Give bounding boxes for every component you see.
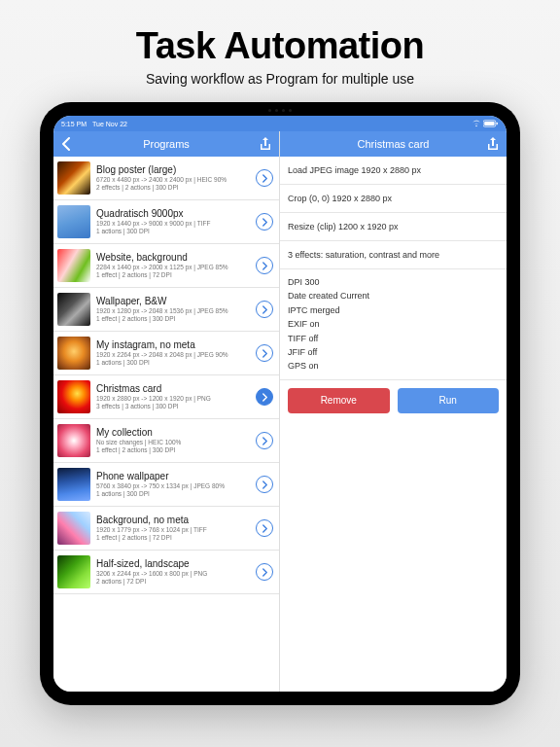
program-subline-1: 1920 x 2264 px -> 2048 x 2048 px | JPEG … bbox=[96, 351, 256, 359]
program-row[interactable]: Blog poster (large)6720 x 4480 px -> 240… bbox=[53, 157, 279, 200]
svg-rect-2 bbox=[497, 122, 498, 124]
hero-subtitle: Saving workflow as Program for multiple … bbox=[0, 71, 560, 87]
program-text: Phone wallpaper5760 x 3840 px -> 750 x 1… bbox=[96, 471, 256, 498]
detail-meta-line: EXIF on bbox=[288, 317, 499, 331]
right-toolbar: Christmas card bbox=[280, 131, 507, 157]
program-subline-2: 1 actions | 300 DPI bbox=[96, 359, 256, 367]
program-subline-2: 2 actions | 72 DPI bbox=[96, 578, 256, 586]
program-subline-1: 1920 x 1440 px -> 9000 x 9000 px | TIFF bbox=[96, 220, 256, 228]
program-subline-1: 3206 x 2244 px -> 1600 x 800 px | PNG bbox=[96, 570, 256, 578]
program-text: Background, no meta1920 x 1779 px -> 768… bbox=[96, 515, 256, 542]
disclosure-icon[interactable] bbox=[256, 344, 273, 362]
program-text: Blog poster (large)6720 x 4480 px -> 240… bbox=[96, 164, 256, 192]
program-row[interactable]: Half-sized, landscape3206 x 2244 px -> 1… bbox=[53, 551, 279, 594]
program-subline-2: 1 effect | 2 actions | 300 DPI bbox=[96, 315, 256, 323]
detail-step: Resize (clip) 1200 x 1920 px bbox=[280, 213, 507, 241]
program-thumbnail bbox=[57, 249, 90, 282]
program-row[interactable]: Quadratisch 9000px1920 x 1440 px -> 9000… bbox=[53, 200, 279, 244]
left-toolbar: Programs bbox=[53, 131, 279, 157]
detail-step: 3 effects: saturation, contrast and more bbox=[280, 241, 507, 269]
detail-step: Crop (0, 0) 1920 x 2880 px bbox=[280, 185, 507, 213]
status-time: 5:15 PM bbox=[61, 121, 87, 127]
program-text: Half-sized, landscape3206 x 2244 px -> 1… bbox=[96, 558, 256, 586]
program-title: My collection bbox=[96, 427, 256, 438]
status-date: Tue Nov 22 bbox=[92, 121, 127, 127]
program-title: Wallpaper, B&W bbox=[96, 296, 256, 306]
program-subline-2: 1 actions | 300 DPI bbox=[96, 490, 256, 498]
disclosure-icon[interactable] bbox=[256, 169, 273, 187]
program-row[interactable]: My collectionNo size changes | HEIC 100%… bbox=[53, 419, 279, 463]
disclosure-icon[interactable] bbox=[256, 519, 273, 537]
disclosure-icon[interactable] bbox=[256, 432, 273, 449]
device-frame: 5:15 PM Tue Nov 22 Progr bbox=[40, 102, 520, 705]
program-list: Blog poster (large)6720 x 4480 px -> 240… bbox=[53, 157, 279, 692]
right-share-button[interactable] bbox=[485, 137, 499, 151]
program-subline-2: 1 effect | 2 actions | 72 DPI bbox=[96, 271, 256, 279]
back-button[interactable] bbox=[61, 137, 75, 151]
program-title: Blog poster (large) bbox=[96, 164, 256, 175]
program-subline-1: 6720 x 4480 px -> 2400 x 2400 px | HEIC … bbox=[96, 176, 256, 184]
program-thumbnail bbox=[57, 555, 90, 588]
program-thumbnail bbox=[57, 293, 90, 326]
program-subline-2: 1 effect | 2 actions | 72 DPI bbox=[96, 534, 256, 542]
status-bar: 5:15 PM Tue Nov 22 bbox=[53, 116, 507, 131]
program-title: Christmas card bbox=[96, 383, 256, 394]
program-text: Quadratisch 9000px1920 x 1440 px -> 9000… bbox=[96, 208, 256, 235]
program-subline-1: 1920 x 2880 px -> 1200 x 1920 px | PNG bbox=[96, 395, 256, 403]
run-button[interactable]: Run bbox=[398, 388, 500, 413]
program-subline-1: 2284 x 1440 px -> 2000 x 1125 px | JPEG … bbox=[96, 264, 256, 271]
action-row: RemoveRun bbox=[280, 380, 507, 421]
right-pane: Christmas card Load JPEG image 1920 x 28… bbox=[280, 131, 507, 692]
program-thumbnail bbox=[57, 424, 90, 457]
program-title: Half-sized, landscape bbox=[96, 558, 256, 569]
program-thumbnail bbox=[57, 512, 90, 545]
detail-meta-line: IPTC merged bbox=[288, 303, 499, 317]
left-share-button[interactable] bbox=[258, 137, 271, 151]
program-thumbnail bbox=[57, 468, 90, 501]
program-subline-1: 5760 x 3840 px -> 750 x 1334 px | JPEG 8… bbox=[96, 482, 256, 490]
program-title: Website, background bbox=[96, 252, 256, 263]
detail-meta-line: GPS on bbox=[288, 359, 499, 373]
disclosure-icon[interactable] bbox=[256, 388, 273, 406]
program-title: Quadratisch 9000px bbox=[96, 208, 256, 219]
program-title: My instagram, no meta bbox=[96, 339, 256, 350]
disclosure-icon[interactable] bbox=[256, 563, 273, 581]
program-thumbnail bbox=[57, 161, 90, 195]
detail-meta-line: TIFF off bbox=[288, 332, 499, 345]
program-title: Phone wallpaper bbox=[96, 471, 256, 481]
svg-rect-1 bbox=[484, 122, 494, 125]
detail-metadata: DPI 300Date created CurrentIPTC mergedEX… bbox=[280, 269, 507, 380]
detail-meta-line: JFIF off bbox=[288, 345, 499, 359]
program-text: Wallpaper, B&W1920 x 1280 px -> 2048 x 1… bbox=[96, 296, 256, 323]
disclosure-icon[interactable] bbox=[256, 301, 273, 318]
program-subline-2: 1 effect | 2 actions | 300 DPI bbox=[96, 446, 256, 454]
program-row[interactable]: Phone wallpaper5760 x 3840 px -> 750 x 1… bbox=[53, 463, 279, 507]
hero: Task Automation Saving workflow as Progr… bbox=[0, 0, 560, 102]
program-row[interactable]: My instagram, no meta1920 x 2264 px -> 2… bbox=[53, 332, 279, 375]
disclosure-icon[interactable] bbox=[256, 257, 273, 274]
hero-title: Task Automation bbox=[0, 25, 560, 67]
program-subline-2: 1 actions | 300 DPI bbox=[96, 228, 256, 235]
detail-meta-line: DPI 300 bbox=[288, 275, 499, 289]
detail-list: Load JPEG image 1920 x 2880 pxCrop (0, 0… bbox=[280, 157, 507, 692]
program-thumbnail bbox=[57, 337, 90, 370]
program-text: Christmas card1920 x 2880 px -> 1200 x 1… bbox=[96, 383, 256, 410]
disclosure-icon[interactable] bbox=[256, 213, 273, 231]
disclosure-icon[interactable] bbox=[256, 476, 273, 493]
left-title: Programs bbox=[75, 138, 258, 150]
detail-step: Load JPEG image 1920 x 2880 px bbox=[280, 157, 507, 185]
remove-button[interactable]: Remove bbox=[288, 388, 390, 413]
battery-icon bbox=[483, 120, 499, 128]
wifi-icon bbox=[472, 120, 481, 128]
program-subline-2: 3 effects | 3 actions | 300 DPI bbox=[96, 403, 256, 410]
program-thumbnail bbox=[57, 380, 90, 413]
program-text: Website, background2284 x 1440 px -> 200… bbox=[96, 252, 256, 279]
program-text: My instagram, no meta1920 x 2264 px -> 2… bbox=[96, 339, 256, 367]
program-row[interactable]: Website, background2284 x 1440 px -> 200… bbox=[53, 244, 279, 288]
program-row[interactable]: Christmas card1920 x 2880 px -> 1200 x 1… bbox=[53, 375, 279, 419]
right-title: Christmas card bbox=[301, 138, 485, 150]
program-row[interactable]: Background, no meta1920 x 1779 px -> 768… bbox=[53, 507, 279, 551]
program-row[interactable]: Wallpaper, B&W1920 x 1280 px -> 2048 x 1… bbox=[53, 288, 279, 332]
left-pane: Programs Blog poster (large)6720 x 4480 … bbox=[53, 131, 280, 692]
program-subline-2: 2 effects | 2 actions | 300 DPI bbox=[96, 184, 256, 192]
